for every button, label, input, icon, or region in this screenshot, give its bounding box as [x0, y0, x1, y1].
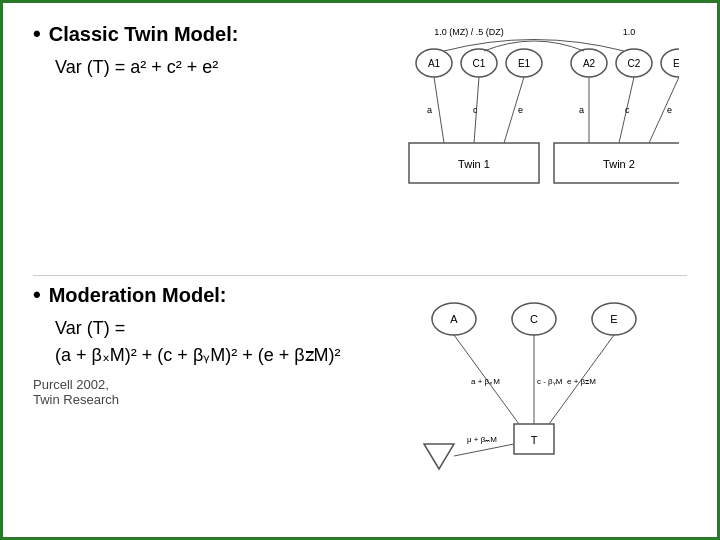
edge-e2: e: [667, 105, 672, 115]
twin1-label: Twin 1: [458, 158, 490, 170]
node-c: C: [530, 313, 538, 325]
svg-marker-21: [424, 444, 454, 469]
twin2-label: Twin 2: [603, 158, 635, 170]
node-e: E: [610, 313, 617, 325]
edge-c1: c: [473, 105, 478, 115]
section2-formula-line1: Var (T) =: [55, 315, 370, 342]
edge-label-a: a + βₓM: [471, 377, 500, 386]
node-a1: A1: [428, 58, 441, 69]
edge-label-c: c - βᵧM: [537, 377, 563, 386]
edge-c2: c: [625, 105, 630, 115]
section1-title-text: Classic Twin Model:: [49, 23, 239, 46]
bullet1-icon: •: [33, 23, 41, 45]
svg-line-13: [649, 77, 679, 143]
edge-label-m: μ + βₘM: [467, 435, 497, 444]
footer-line2: Twin Research: [33, 392, 370, 407]
node-e1: E1: [518, 58, 531, 69]
top-label-dz: 1.0: [622, 27, 635, 37]
edge-e1: e: [518, 105, 523, 115]
node-e2: E2: [673, 58, 679, 69]
footer: Purcell 2002, Twin Research: [33, 377, 370, 407]
section2-title: • Moderation Model:: [33, 284, 370, 307]
section2-diagram: A C E T a + βₓM c - βᵧM e + βᴢM: [380, 284, 687, 474]
edge-a2: a: [579, 105, 584, 115]
section1-title: • Classic Twin Model:: [33, 23, 370, 46]
section2-text: • Moderation Model: Var (T) = (a + βₓM)²…: [33, 284, 380, 407]
bullet2-icon: •: [33, 284, 41, 306]
top-section: • Classic Twin Model: Var (T) = a² + c² …: [33, 23, 687, 257]
slide: • Classic Twin Model: Var (T) = a² + c² …: [0, 0, 720, 540]
node-a2: A2: [583, 58, 596, 69]
section2-title-text: Moderation Model:: [49, 284, 227, 307]
section1-diagram: 1.0 (MZ) / .5 (DZ) 1.0 A1 C1 E1 A2: [380, 23, 687, 213]
twin-model-diagram: 1.0 (MZ) / .5 (DZ) 1.0 A1 C1 E1 A2: [389, 23, 679, 213]
section1-text: • Classic Twin Model: Var (T) = a² + c² …: [33, 23, 380, 81]
section-divider: [33, 275, 687, 276]
node-t: T: [530, 434, 537, 446]
bottom-section: • Moderation Model: Var (T) = (a + βₓM)²…: [33, 284, 687, 518]
node-a: A: [450, 313, 458, 325]
section2-formula: Var (T) = (a + βₓM)² + (c + βᵧM)² + (e +…: [55, 315, 370, 369]
footer-line1: Purcell 2002,: [33, 377, 370, 392]
moderation-model-diagram: A C E T a + βₓM c - βᵧM e + βᴢM: [419, 284, 649, 474]
edge-label-e: e + βᴢM: [567, 377, 596, 386]
section1-formula-text: Var (T) = a² + c² + e²: [55, 57, 218, 77]
node-c1: C1: [472, 58, 485, 69]
svg-line-22: [454, 444, 514, 456]
section2-formula-line2: (a + βₓM)² + (c + βᵧM)² + (e + βᴢM)²: [55, 342, 370, 369]
edge-a1: a: [427, 105, 432, 115]
svg-line-8: [434, 77, 444, 143]
section1-formula: Var (T) = a² + c² + e²: [55, 54, 370, 81]
node-c2: C2: [627, 58, 640, 69]
top-label-mz: 1.0 (MZ) / .5 (DZ): [434, 27, 504, 37]
